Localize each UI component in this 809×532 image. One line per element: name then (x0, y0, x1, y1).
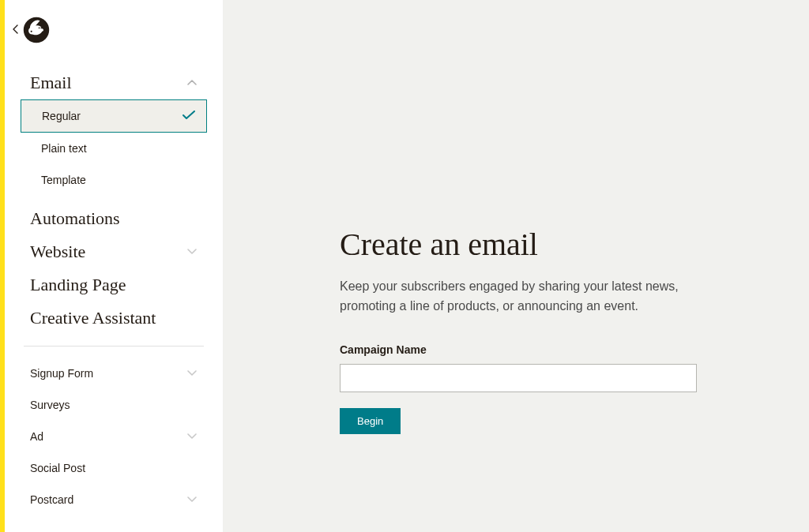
sidebar-section-landing-page[interactable]: Landing Page (5, 268, 223, 302)
sidebar-item-label: Signup Form (30, 367, 93, 380)
email-subitems: Regular Plain text Template (5, 99, 223, 202)
sidebar-section-creative-assistant[interactable]: Creative Assistant (5, 302, 223, 335)
sidebar-item-label: Surveys (30, 399, 70, 411)
mailchimp-logo[interactable] (22, 16, 51, 44)
sidebar-section-email[interactable]: Email (5, 66, 223, 99)
sidebar-item-ad[interactable]: Ad (5, 421, 223, 452)
svg-point-2 (40, 27, 42, 28)
sidebar-item-label: Template (41, 174, 86, 186)
campaign-name-input[interactable] (340, 364, 697, 392)
begin-button[interactable]: Begin (340, 408, 401, 434)
svg-point-1 (39, 27, 40, 28)
chevron-up-icon (186, 77, 198, 88)
sidebar-item-plain-text[interactable]: Plain text (21, 133, 207, 164)
sidebar-section-website[interactable]: Website (5, 235, 223, 268)
sidebar-section-automations[interactable]: Automations (5, 202, 223, 235)
sidebar-item-label: Plain text (41, 142, 87, 155)
sidebar-section-label: Automations (30, 208, 120, 229)
chevron-down-icon (186, 494, 198, 505)
main-content: Create an email Keep your subscribers en… (223, 0, 809, 532)
page-title: Create an email (340, 226, 809, 263)
sidebar-item-label: Social Post (30, 462, 85, 474)
sidebar-item-social-post[interactable]: Social Post (5, 452, 223, 484)
campaign-name-label: Campaign Name (340, 343, 809, 356)
sidebar-item-label: Postcard (30, 493, 73, 506)
sidebar-item-signup-form[interactable]: Signup Form (5, 358, 223, 389)
sidebar-item-postcard[interactable]: Postcard (5, 484, 223, 515)
back-icon[interactable] (13, 23, 19, 37)
sidebar-item-label: Regular (42, 110, 81, 122)
check-icon (182, 110, 195, 122)
chevron-down-icon (186, 431, 198, 442)
logo-row (5, 16, 223, 44)
chevron-down-icon (186, 246, 198, 257)
sidebar: Email Regular Plain text Template Automa… (5, 0, 223, 532)
sidebar-item-regular[interactable]: Regular (21, 99, 207, 133)
sidebar-section-label: Creative Assistant (30, 308, 156, 328)
svg-point-3 (31, 31, 32, 32)
page-description: Keep your subscribers engaged by sharing… (340, 277, 687, 317)
chevron-down-icon (186, 368, 198, 379)
sidebar-section-label: Email (30, 73, 72, 93)
divider (24, 346, 204, 347)
sidebar-item-surveys[interactable]: Surveys (5, 389, 223, 421)
sidebar-section-label: Website (30, 242, 85, 262)
sidebar-item-template[interactable]: Template (21, 164, 207, 196)
sidebar-section-label: Landing Page (30, 275, 126, 295)
sidebar-item-label: Ad (30, 430, 43, 443)
